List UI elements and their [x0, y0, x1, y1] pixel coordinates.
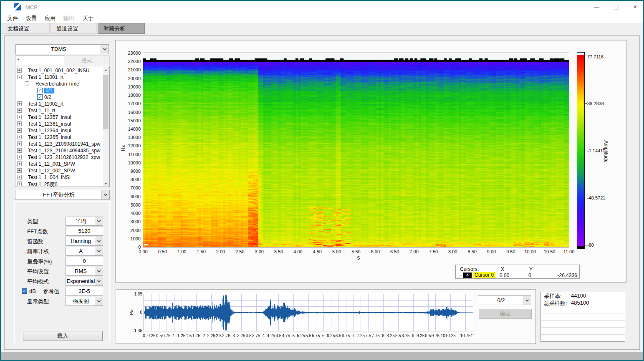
expand-plus-icon[interactable]: + — [17, 162, 22, 166]
tree-item-label: Test 1_1_004_INSI — [28, 174, 71, 180]
chevron-down-icon[interactable] — [95, 247, 103, 255]
tree-item[interactable]: ✓0/1 — [15, 87, 109, 94]
expand-plus-icon[interactable]: + — [17, 115, 22, 119]
chevron-down-icon[interactable] — [101, 190, 109, 199]
param-select[interactable]: RMS — [66, 267, 103, 276]
load-button[interactable]: 载入 — [23, 331, 103, 341]
tree-item-label: Reverberation Time — [35, 81, 79, 87]
menu-item-0[interactable]: 文件 — [7, 15, 18, 22]
info-row — [541, 321, 625, 328]
expand-plus-icon[interactable]: + — [17, 121, 22, 126]
menu-item-1[interactable]: 设置 — [26, 15, 37, 22]
checkbox[interactable]: ✓ — [37, 94, 43, 100]
collapse-minus-icon[interactable]: - — [25, 81, 29, 86]
tree-item[interactable]: +Test 1_12365_insul — [15, 134, 109, 141]
axis-tick-label: 8000 — [122, 177, 141, 182]
chevron-down-icon[interactable] — [95, 277, 103, 285]
param-label: 窗函数 — [27, 238, 43, 245]
expand-plus-icon[interactable]: + — [17, 128, 22, 133]
param-select[interactable]: Exponential — [66, 277, 103, 286]
axis-tick-label: 3000 — [122, 219, 141, 224]
tree-item[interactable]: +Test 1_1_004_INSI — [15, 174, 109, 181]
chevron-down-icon[interactable] — [95, 237, 103, 245]
param-input[interactable]: 0 — [66, 257, 103, 266]
chevron-down-icon[interactable] — [523, 296, 531, 305]
db-checkbox[interactable]: ✓ — [22, 288, 27, 294]
expand-plus-icon[interactable]: + — [17, 108, 22, 113]
tab-0[interactable]: 文档设置 — [2, 23, 50, 34]
expand-plus-icon[interactable]: + — [17, 148, 22, 153]
expand-plus-icon[interactable]: + — [17, 141, 22, 146]
param-select[interactable]: 平均 — [66, 217, 103, 226]
param-select[interactable]: Hanning — [66, 237, 103, 246]
sample-info-box: 采样率:44100总采样数:485100 — [540, 292, 625, 342]
axis-tick-label: 4.50 — [308, 249, 326, 254]
tab-1[interactable]: 通道设置 — [51, 23, 97, 34]
tree-item[interactable]: +Test 1_25度0 — [15, 181, 109, 187]
colorbar-tick-label: -40.5721 — [587, 195, 605, 200]
colorbar-tick-label: 38.2838 — [587, 101, 604, 106]
tab-2[interactable]: 时频分析 — [98, 23, 145, 34]
expand-plus-icon[interactable]: + — [17, 155, 22, 159]
info-value: 485100 — [571, 300, 589, 306]
axis-tick-label: 12000 — [122, 143, 141, 148]
channel-select[interactable]: 0/2 — [478, 295, 531, 305]
axis-tick-label: 10.00 — [521, 249, 539, 254]
tree-item[interactable]: +Test 1_12364_insul — [15, 127, 109, 134]
app-window: MCR × 文件设置应用输出关于 文档设置通道设置时频分析 TDMS 格式 ▲ … — [0, 0, 644, 361]
param-input[interactable]: 2E-5 — [66, 287, 103, 296]
tree-item[interactable]: -Reverberation Time — [15, 81, 109, 87]
colorbar — [577, 53, 584, 249]
param-select[interactable]: A — [66, 247, 103, 256]
expand-plus-icon[interactable]: + — [17, 101, 22, 106]
tree-item[interactable]: +Test 1_11_rt — [15, 107, 109, 114]
axis-tick-label: 6.50 — [386, 249, 404, 254]
tree-item[interactable]: +Test 1_001_001_002_INSU — [15, 67, 109, 74]
file-format-select[interactable]: TDMS — [15, 44, 109, 54]
chevron-down-icon[interactable] — [101, 45, 109, 54]
tree-item[interactable]: ✓0/2 — [15, 94, 109, 101]
confirm-button[interactable]: 确定 — [479, 309, 532, 319]
expand-plus-icon[interactable]: + — [17, 68, 22, 73]
tree-item[interactable]: +Test 1_12357_insul — [15, 114, 109, 121]
menu-item-3[interactable]: 输出 — [63, 15, 74, 22]
axis-tick-label: 10000 — [122, 160, 141, 165]
format-button[interactable]: 格式 — [64, 56, 110, 65]
window-close-button[interactable]: × — [626, 1, 644, 13]
expand-plus-icon[interactable]: + — [17, 182, 22, 186]
cursor-y-value: 0 — [528, 273, 531, 278]
tree-item-label: Test 1_11002_rt — [28, 101, 63, 107]
param-select[interactable]: 强度图 — [66, 297, 103, 306]
checkbox[interactable]: ✓ — [37, 88, 43, 93]
tree-item[interactable]: +Test 1_12_001_SPW — [15, 161, 109, 167]
db-checkbox-label: dB — [29, 288, 36, 294]
waveform-plot[interactable] — [144, 294, 473, 331]
tree-item[interactable]: +Test 1_123_210908101941_spw — [15, 141, 109, 147]
cursor-name[interactable]: Cursor 0 — [473, 272, 495, 278]
tree-item[interactable]: +Test 1_123_211026102932_spw — [15, 154, 109, 161]
window-minimize-button[interactable] — [587, 1, 606, 13]
filter-input[interactable] — [15, 56, 64, 65]
menu-item-2[interactable]: 应用 — [45, 15, 56, 22]
tree-item[interactable]: +Test 1_123_210914094435_spw — [15, 147, 109, 154]
tree-item[interactable]: +Test 1_12361_insul — [15, 121, 109, 127]
tree-item[interactable]: +Test 1_12_002_SPW — [15, 167, 109, 174]
expand-plus-icon[interactable]: + — [17, 168, 22, 173]
expand-plus-icon[interactable]: + — [17, 135, 22, 139]
spectrogram-plot[interactable] — [143, 53, 569, 247]
tree-item-label: 0/1 — [44, 88, 54, 93]
collapse-minus-icon[interactable]: - — [17, 75, 22, 79]
cursor-crosshair-icon[interactable]: × — [463, 273, 472, 278]
chevron-down-icon[interactable] — [95, 267, 103, 275]
info-row — [541, 313, 625, 321]
menu-item-4[interactable]: 关于 — [83, 15, 93, 22]
param-input[interactable]: 5120 — [66, 227, 103, 236]
chevron-down-icon[interactable] — [95, 297, 103, 305]
expand-plus-icon[interactable]: + — [17, 175, 22, 179]
analysis-type-select[interactable]: FFT窄带分析 — [15, 190, 110, 200]
window-maximize-button[interactable] — [606, 1, 626, 13]
tree-item[interactable]: -Test 1_11001_rt — [15, 74, 109, 81]
chevron-down-icon[interactable] — [95, 217, 103, 225]
tree-item[interactable]: +Test 1_11002_rt — [15, 101, 109, 107]
info-row: 采样率:44100 — [541, 292, 625, 299]
